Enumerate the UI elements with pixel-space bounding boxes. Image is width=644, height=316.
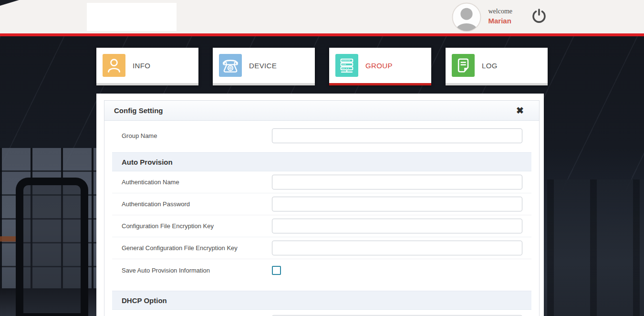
corner-decoration (0, 0, 19, 6)
form-row-dhcp-first (112, 310, 531, 316)
auto-provision-title: Auto Provision (122, 158, 173, 166)
config-setting-dialog: Config Setting ✖ Group Name Auto Provisi… (104, 100, 540, 316)
main-tabs: INFO DEVICE (96, 48, 548, 85)
form-row-config-encryption-key: Configuration File Encryption Key (112, 215, 531, 237)
phone-icon (219, 54, 242, 77)
log-icon (452, 54, 475, 77)
tab-underline (446, 83, 548, 85)
config-dialog-body: Group Name Auto Provision Authentication… (104, 121, 539, 316)
form-row-auth-name: Authentication Name (112, 171, 531, 193)
tab-device[interactable]: DEVICE (213, 48, 315, 85)
welcome-label: welcome (488, 7, 512, 16)
config-encryption-key-label: Configuration File Encryption Key (112, 222, 272, 230)
form-row-auth-password: Authentication Password (112, 193, 531, 215)
background-office-chair (16, 178, 88, 316)
config-dialog-header: Config Setting ✖ (104, 101, 539, 121)
tab-group-label: GROUP (365, 62, 393, 70)
auth-password-input[interactable] (272, 197, 522, 211)
form-row-save-auto-provision: Save Auto Provision Information (112, 259, 531, 281)
background-right-structures (547, 179, 644, 316)
app-header: welcome Marian (0, 0, 644, 36)
logout-button[interactable] (530, 7, 549, 26)
form-row-group-name: Group Name (112, 121, 531, 150)
tab-log[interactable]: LOG (446, 48, 548, 85)
tab-active-underline (329, 83, 431, 85)
username-label: Marian (488, 16, 512, 26)
general-encryption-key-input[interactable] (272, 241, 522, 255)
user-avatar-icon (452, 2, 481, 32)
auth-name-input[interactable] (272, 175, 522, 190)
tab-group[interactable]: GROUP (329, 48, 431, 85)
group-name-label: Group Name (112, 132, 272, 139)
welcome-block: welcome Marian (488, 7, 512, 26)
tab-underline (213, 83, 315, 85)
form-row-general-encryption-key: General Configuration File Encryption Ke… (112, 237, 531, 259)
server-icon (335, 54, 358, 77)
tab-info-label: INFO (133, 62, 150, 70)
general-encryption-key-label: General Configuration File Encryption Ke… (112, 244, 272, 252)
close-icon[interactable]: ✖ (516, 106, 524, 115)
section-spacer (112, 281, 531, 291)
logo-placeholder (87, 3, 177, 31)
header-user-area: welcome Marian (452, 0, 549, 33)
tab-log-label: LOG (482, 62, 498, 70)
config-encryption-key-input[interactable] (272, 219, 522, 233)
group-name-input[interactable] (272, 128, 522, 143)
tab-underline (96, 83, 198, 85)
dialog-title: Config Setting (114, 106, 163, 115)
tab-info[interactable]: INFO (96, 48, 198, 85)
save-auto-provision-label: Save Auto Provision Information (112, 267, 272, 274)
user-icon (103, 54, 125, 77)
content-panel: Config Setting ✖ Group Name Auto Provisi… (96, 94, 544, 316)
power-icon (530, 8, 548, 25)
section-dhcp-option: DHCP Option (112, 291, 531, 310)
dhcp-option-title: DHCP Option (122, 296, 167, 305)
auth-name-label: Authentication Name (112, 179, 272, 186)
auth-password-label: Authentication Password (112, 200, 272, 208)
section-auto-provision: Auto Provision (112, 152, 531, 171)
tab-device-label: DEVICE (249, 62, 277, 70)
save-auto-provision-checkbox[interactable] (272, 266, 281, 275)
